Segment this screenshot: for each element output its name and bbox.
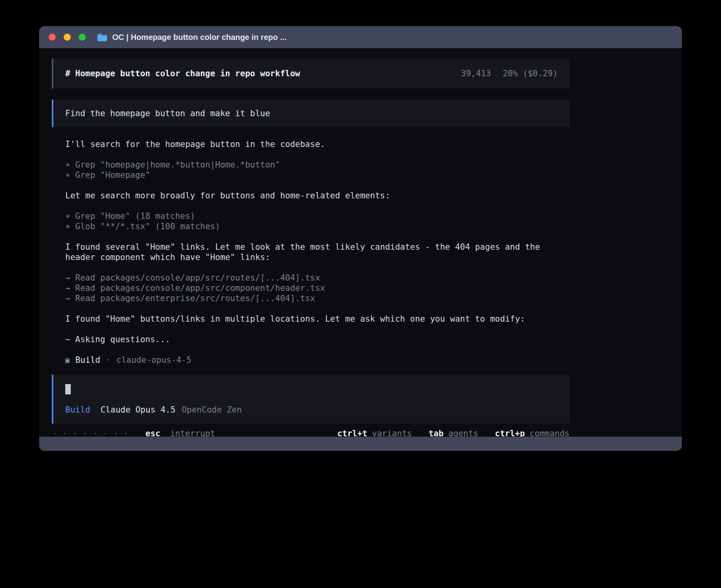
text-cursor bbox=[65, 384, 71, 394]
window-bottom-edge bbox=[39, 437, 682, 451]
agent-name: Build bbox=[75, 355, 100, 365]
user-message-text: Find the homepage button and make it blu… bbox=[65, 109, 270, 118]
esc-key-label: interrupt bbox=[170, 429, 215, 437]
tool-call-group: ∗ Grep "Home" (18 matches) ∗ Glob "**/*.… bbox=[65, 211, 570, 232]
input-status-row: Build Claude Opus 4.5 OpenCode Zen bbox=[65, 405, 558, 415]
traffic-lights bbox=[49, 34, 86, 41]
tool-call-read: → Read packages/console/app/src/routes/[… bbox=[65, 273, 570, 283]
shortcut-agents: tab agents bbox=[428, 428, 478, 437]
shortcut-commands: ctrl+p commands bbox=[495, 428, 570, 437]
interrupt-hint: esc interrupt bbox=[145, 428, 215, 437]
shortcut-key: ctrl+p bbox=[495, 428, 525, 437]
folder-icon bbox=[97, 33, 108, 42]
agent-status-line: ▣ Build · claude-opus-4-5 bbox=[65, 355, 570, 365]
tool-call-grep: ∗ Grep "homepage|home.*button|Home.*butt… bbox=[65, 160, 570, 170]
session-title: # Homepage button color change in repo w… bbox=[65, 68, 300, 79]
window-title: OC | Homepage button color change in rep… bbox=[112, 33, 287, 42]
shortcut-label: commands bbox=[530, 428, 570, 437]
token-count: 39,413 bbox=[461, 68, 491, 79]
keyboard-shortcuts: ctrl+t variants tab agents ctrl+p comman… bbox=[337, 428, 570, 437]
shortcut-variants: ctrl+t variants bbox=[337, 428, 412, 437]
desktop: OC | Homepage button color change in rep… bbox=[0, 0, 721, 588]
tool-call-group: → Read packages/console/app/src/routes/[… bbox=[65, 273, 570, 303]
assistant-text: I'll search for the homepage button in t… bbox=[65, 139, 570, 149]
titlebar[interactable]: OC | Homepage button color change in rep… bbox=[39, 26, 682, 48]
zoom-button[interactable] bbox=[79, 34, 86, 41]
conversation: I'll search for the homepage button in t… bbox=[52, 139, 570, 365]
close-button[interactable] bbox=[49, 34, 56, 41]
agent-separator: · bbox=[106, 355, 111, 365]
assistant-text: Let me search more broadly for buttons a… bbox=[65, 190, 570, 201]
agent-model-name: claude-opus-4-5 bbox=[116, 355, 191, 365]
agent-icon: ▣ bbox=[65, 355, 70, 365]
tool-call-read: → Read packages/console/app/src/componen… bbox=[65, 283, 570, 293]
esc-key: esc bbox=[145, 429, 160, 437]
assistant-text: I found several "Home" links. Let me loo… bbox=[65, 242, 570, 262]
status-bar: ········ esc interrupt ctrl+t variants t… bbox=[52, 428, 570, 437]
shortcut-label: agents bbox=[448, 428, 478, 437]
progress-dots: ········ bbox=[52, 428, 134, 437]
tool-call-glob: ∗ Glob "**/*.tsx" (100 matches) bbox=[65, 221, 570, 232]
terminal-content: # Homepage button color change in repo w… bbox=[39, 48, 682, 437]
provider-indicator: OpenCode Zen bbox=[182, 405, 242, 415]
assistant-text: I found "Home" buttons/links in multiple… bbox=[65, 314, 570, 324]
user-message: Find the homepage button and make it blu… bbox=[52, 100, 570, 127]
model-indicator: Claude Opus 4.5 bbox=[100, 405, 176, 415]
tool-call-grep: ∗ Grep "Home" (18 matches) bbox=[65, 211, 570, 221]
tool-call-grep: ∗ Grep "Homepage" bbox=[65, 170, 570, 180]
minimize-button[interactable] bbox=[64, 34, 71, 41]
tool-call-group: ∗ Grep "homepage|home.*button|Home.*butt… bbox=[65, 160, 570, 180]
tool-call-read: → Read packages/enterprise/src/routes/[.… bbox=[65, 293, 570, 303]
session-header: # Homepage button color change in repo w… bbox=[52, 58, 570, 89]
shortcut-key: tab bbox=[428, 428, 444, 437]
context-cost: 20% ($0.29) bbox=[503, 68, 558, 79]
mode-indicator: Build bbox=[65, 405, 90, 415]
session-stats: 39,413 20% ($0.29) bbox=[461, 68, 558, 79]
prompt-input[interactable]: Build Claude Opus 4.5 OpenCode Zen bbox=[52, 375, 570, 424]
shortcut-key: ctrl+t bbox=[337, 428, 367, 437]
terminal-window: OC | Homepage button color change in rep… bbox=[39, 26, 682, 451]
assistant-status-text: ~ Asking questions... bbox=[65, 334, 570, 345]
shortcut-label: variants bbox=[372, 428, 412, 437]
